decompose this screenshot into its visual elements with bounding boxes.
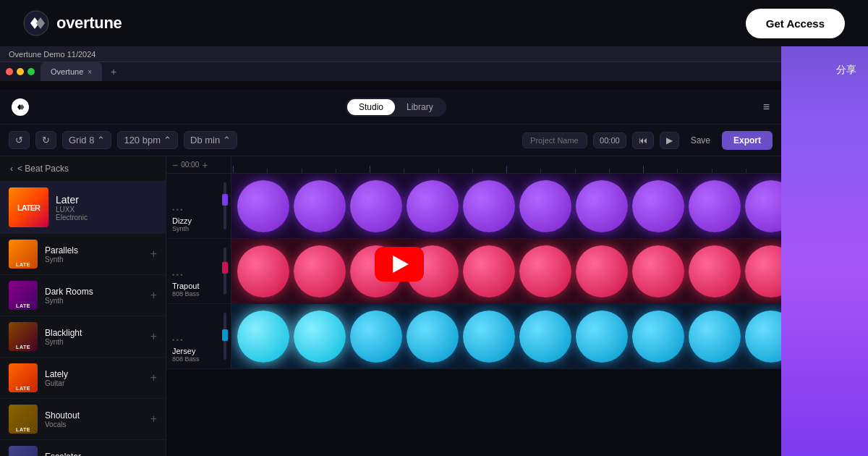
pad[interactable] xyxy=(745,311,781,363)
list-item[interactable]: LATE Blacklight Synth + xyxy=(0,316,166,358)
tick xyxy=(746,169,780,173)
grid-button[interactable]: Grid 8 ⌃ xyxy=(62,131,111,149)
maximize-dot[interactable] xyxy=(27,68,35,75)
featured-beat-sub: LUXX xyxy=(56,206,157,214)
plus-button[interactable]: + xyxy=(202,159,208,171)
pads-container-pink xyxy=(231,239,781,303)
list-item[interactable]: LATE Lately Guitar + xyxy=(0,358,166,399)
back-arrow-icon: ‹ xyxy=(10,164,13,174)
featured-beat-item[interactable]: LATER Later LUXX Electronic xyxy=(0,182,166,234)
pad[interactable] xyxy=(576,180,628,232)
tick xyxy=(233,166,267,173)
pad[interactable] xyxy=(519,311,571,363)
fader-handle[interactable] xyxy=(222,262,228,274)
thumb-label: LATE xyxy=(9,303,38,308)
add-beat-button[interactable]: + xyxy=(150,330,157,343)
pad[interactable] xyxy=(237,245,289,297)
pads-container-cyan xyxy=(231,304,781,368)
pad[interactable] xyxy=(689,180,741,232)
redo-button[interactable]: ↻ xyxy=(35,131,56,149)
logo-text: overtune xyxy=(56,14,122,33)
beat-genre: Synth xyxy=(45,256,143,263)
beat-packs-header[interactable]: ‹ < Beat Packs xyxy=(0,156,166,182)
pad[interactable] xyxy=(632,245,684,297)
fader-handle[interactable] xyxy=(222,329,228,341)
pad[interactable] xyxy=(745,245,781,297)
minus-button[interactable]: − xyxy=(172,159,178,171)
track-header-jersey: • • • Jersey 808 Bass xyxy=(166,304,231,368)
tick xyxy=(438,169,472,173)
browser-tab[interactable]: Overtune × xyxy=(41,62,102,81)
pad[interactable] xyxy=(463,311,515,363)
pad[interactable] xyxy=(407,311,459,363)
pad[interactable] xyxy=(519,180,571,232)
ruler-row: − 00:00 + xyxy=(166,156,781,174)
pad[interactable] xyxy=(689,311,741,363)
pad[interactable] xyxy=(407,180,459,232)
beat-packs-label: < Beat Packs xyxy=(17,164,69,174)
track-fader-jersey[interactable] xyxy=(224,313,226,360)
studio-tab[interactable]: Studio xyxy=(347,99,395,115)
list-item[interactable]: LATE Shoutout Vocals + xyxy=(0,399,166,440)
export-button[interactable]: Export xyxy=(722,131,773,150)
pad[interactable] xyxy=(689,245,741,297)
pad[interactable] xyxy=(294,245,346,297)
pad[interactable] xyxy=(294,311,346,363)
beat-thumb: LATE xyxy=(9,322,38,351)
pad[interactable] xyxy=(463,180,515,232)
beat-name: Blacklight xyxy=(45,328,143,338)
browser-bar: Overtune Demo 11/2024 xyxy=(0,46,781,62)
tick xyxy=(540,169,574,173)
new-tab-button[interactable]: + xyxy=(108,66,119,77)
library-tab[interactable]: Library xyxy=(395,99,445,115)
pad[interactable] xyxy=(237,311,289,363)
bpm-button[interactable]: 120 bpm ⌃ xyxy=(117,131,178,149)
rewind-button[interactable]: ⏮ xyxy=(632,132,654,149)
list-item[interactable]: LATE Parallels Synth + xyxy=(0,234,166,275)
minimize-dot[interactable] xyxy=(17,68,24,75)
list-item[interactable]: LATE Dark Rooms Synth + xyxy=(0,275,166,316)
pad[interactable] xyxy=(350,311,402,363)
pad[interactable] xyxy=(463,245,515,297)
track-lane-dizzy xyxy=(231,174,781,239)
featured-beat-name: Later xyxy=(56,194,157,206)
project-name-input[interactable] xyxy=(522,132,587,148)
add-beat-button[interactable]: + xyxy=(150,248,157,261)
undo-button[interactable]: ↺ xyxy=(9,131,30,149)
pad[interactable] xyxy=(576,245,628,297)
pad[interactable] xyxy=(237,180,289,232)
youtube-play-button[interactable] xyxy=(375,247,424,282)
get-access-button[interactable]: Get Access xyxy=(746,9,845,38)
list-item[interactable]: LATE Escalator 808 Bass + xyxy=(0,440,166,456)
beat-name: Lately xyxy=(45,369,143,379)
pad[interactable] xyxy=(294,180,346,232)
menu-button[interactable]: ≡ xyxy=(763,101,770,114)
play-button[interactable]: ▶ xyxy=(660,132,679,149)
track-fader-dizzy[interactable] xyxy=(224,182,226,229)
pad[interactable] xyxy=(519,245,571,297)
beat-thumb: LATE xyxy=(9,363,38,392)
save-button[interactable]: Save xyxy=(685,132,716,148)
pad[interactable] xyxy=(576,311,628,363)
tick xyxy=(677,169,711,173)
beat-name: Dark Rooms xyxy=(45,287,143,297)
add-beat-button[interactable]: + xyxy=(150,371,157,384)
bpm-arrow: ⌃ xyxy=(163,135,171,145)
pad[interactable] xyxy=(632,180,684,232)
key-button[interactable]: Db min ⌃ xyxy=(184,131,237,149)
pad[interactable] xyxy=(745,180,781,232)
beat-thumb: LATE xyxy=(9,281,38,310)
pad[interactable] xyxy=(350,180,402,232)
tab-close-button[interactable]: × xyxy=(88,68,92,76)
close-dot[interactable] xyxy=(6,68,13,75)
add-beat-button[interactable]: + xyxy=(150,413,157,426)
add-beat-button[interactable]: + xyxy=(150,289,157,302)
tick xyxy=(267,169,301,173)
track-header-trapout: • • • Trapout 808 Bass xyxy=(166,239,231,303)
pad[interactable] xyxy=(632,311,684,363)
beat-thumb: LATE xyxy=(9,405,38,434)
track-row-purple: • • • Dizzy Synth xyxy=(166,174,781,239)
track-fader-trapout[interactable] xyxy=(224,248,226,295)
fader-handle[interactable] xyxy=(222,194,228,206)
empty-track-area xyxy=(166,369,781,456)
